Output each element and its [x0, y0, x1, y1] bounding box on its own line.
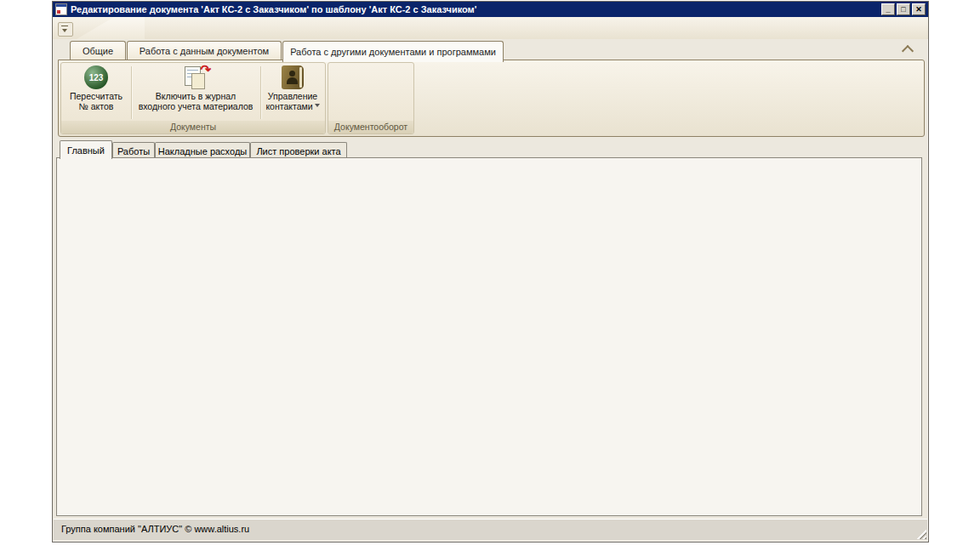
journal-label-line1: Включить в журнал [156, 91, 236, 101]
group-label-docflow: Документооборот [328, 121, 413, 133]
minimize-button[interactable]: _ [881, 3, 895, 15]
resize-grip[interactable] [915, 528, 926, 539]
maximize-button[interactable]: □ [897, 3, 910, 15]
app-icon [55, 3, 67, 15]
recalc-label-line1: Пересчитать [70, 91, 122, 101]
ribbon-tab-drugimi-dokumentami[interactable]: Работа с другими документами и программа… [282, 41, 504, 62]
include-in-materials-journal-button[interactable]: ↷ Включить в журнал входного учета матер… [133, 64, 259, 120]
recalc-label-line2: № актов [79, 101, 114, 111]
status-bar: Группа компаний "АЛТИУС" © www.altius.ru [54, 519, 927, 540]
title-bar: Редактирование документа 'Акт КС-2 с Зак… [53, 2, 928, 17]
window-title: Редактирование документа 'Акт КС-2 с Зак… [71, 4, 476, 14]
quick-access-toolbar [53, 17, 928, 39]
contacts-dropdown-icon [315, 104, 320, 110]
tab-raboty[interactable]: Работы [112, 142, 155, 159]
ribbon-body: 123 Пересчитать № актов ↷ Включить в жур… [58, 60, 925, 137]
tab-page-glavny [56, 157, 922, 516]
tab-glavny[interactable]: Главный [60, 140, 112, 159]
ribbon-group-documents: 123 Пересчитать № актов ↷ Включить в жур… [60, 62, 326, 134]
journal-label-line2: входного учета материалов [139, 101, 254, 111]
recalc-123-icon: 123 [84, 65, 108, 89]
qat-tail-shape [77, 17, 145, 39]
ribbon-tab-dannym-dokumentom[interactable]: Работа с данным документом [127, 41, 282, 60]
ribbon-group-docflow: Документооборот [328, 62, 414, 134]
documents-copy-icon: ↷ [182, 65, 209, 91]
tab-list-proverki-akta[interactable]: Лист проверки акта [250, 142, 347, 159]
qat-overflow-button[interactable] [58, 22, 73, 37]
group-label-documents: Документы [61, 121, 325, 133]
recalc-act-numbers-button[interactable]: 123 Пересчитать № актов [63, 64, 129, 120]
contacts-label-line2: контактами [265, 101, 319, 111]
app-window: Редактирование документа 'Акт КС-2 с Зак… [52, 1, 929, 542]
contacts-label-line1: Управление [268, 91, 317, 101]
close-button[interactable]: ✕ [912, 3, 926, 15]
ribbon-tab-obshchie[interactable]: Общие [70, 41, 126, 60]
address-book-icon [282, 65, 304, 89]
manage-contacts-button[interactable]: Управление контактами [262, 64, 323, 120]
status-text: Группа компаний "АЛТИУС" © www.altius.ru [61, 524, 249, 534]
tab-nakladnye-rashody[interactable]: Накладные расходы [155, 142, 250, 159]
ribbon-tab-strip: Общие Работа с данным документом Работа … [53, 39, 928, 60]
